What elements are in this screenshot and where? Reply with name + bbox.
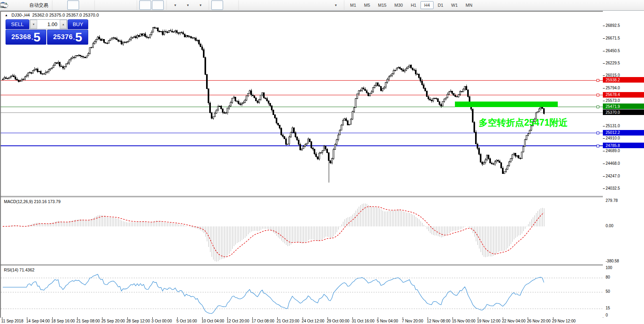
price-tick-label: 24468.0 — [606, 161, 620, 166]
text-icon[interactable]: A — [304, 0, 316, 10]
price-level-badge: 25471.9 — [603, 104, 644, 109]
text-label-icon[interactable]: T — [317, 0, 329, 10]
chart-annotation-text[interactable]: 多空转折点25471附近 — [479, 117, 568, 129]
timeframe-w1[interactable]: W1 — [448, 1, 462, 9]
price-tick-label: 26450.5 — [606, 49, 620, 53]
price-tick-label: 24689.0 — [606, 149, 620, 153]
main-chart-canvas[interactable] — [1, 11, 603, 196]
macd-canvas[interactable] — [1, 198, 603, 264]
price-axis[interactable]: 26892.526671.526450.526229.526015.025794… — [603, 11, 644, 317]
autotrading-button[interactable]: 自动交易 — [27, 0, 49, 10]
macd-header: MACD(12,26,9) 210.16 173.79 — [4, 199, 61, 204]
zoom-out-icon[interactable] — [110, 0, 121, 10]
price-level-badge: 24785.8 — [603, 143, 644, 148]
sell-button[interactable]: SELL — [6, 19, 29, 29]
line-chart-icon[interactable] — [80, 0, 92, 10]
volume-decrease-button[interactable]: ▼ — [30, 20, 37, 29]
candlestick-chart-icon[interactable] — [67, 0, 79, 10]
time-axis[interactable]: 11 Sep 201814 Sep 04:0018 Sep 16:0021 Se… — [0, 318, 644, 324]
macd-axis-label: -380.58 — [606, 259, 619, 263]
channel-icon[interactable]: E — [279, 0, 291, 10]
timeframe-mn[interactable]: MN — [462, 1, 476, 9]
one-click-trading-panel: SELL ▼ 1.00 ▲ BUY 25368.5 25376.5 — [6, 19, 88, 45]
time-axis-label: 28 Sep 12:00 — [127, 319, 150, 323]
time-axis-label: 11 Sep 2018 — [1, 319, 23, 323]
chart-shift-icon[interactable] — [152, 0, 164, 10]
time-axis-label: 3 Oct 00:00 — [152, 319, 172, 323]
buy-label: BUY — [73, 21, 83, 27]
cursor-icon[interactable] — [211, 0, 223, 10]
horizontal-line-icon[interactable] — [254, 0, 265, 10]
price-tick — [603, 176, 605, 177]
rsi-axis-label: 80 — [606, 275, 610, 279]
timeframe-d1[interactable]: D1 — [434, 1, 447, 9]
buy-price-dot: . — [73, 34, 75, 41]
time-axis-label: 17 Oct 08:00 — [252, 319, 274, 323]
trendline-icon[interactable] — [266, 0, 278, 10]
volume-value[interactable]: 1.00 — [37, 20, 60, 29]
macd-axis-label: 0.00 — [606, 224, 613, 228]
chart-plot-area[interactable]: ▲ DJ30-,H4 25362.0 25375.0 25357.0 25370… — [0, 11, 603, 318]
chevron-down-icon: ▼ — [32, 23, 35, 26]
buy-price-big: 5 — [75, 31, 82, 43]
price-tick-label: 25794.0 — [606, 86, 620, 90]
toolbar-separator — [93, 1, 95, 9]
macd-value: 210.16 — [34, 199, 47, 204]
price-tick — [603, 51, 605, 51]
pane-separator[interactable] — [1, 196, 603, 197]
time-axis-label: 5 Nov 04:00 — [377, 319, 398, 323]
time-axis-label: 22 Nov 04:00 — [502, 319, 526, 323]
tile-windows-icon[interactable] — [122, 0, 134, 10]
timeframe-m1[interactable]: M1 — [347, 1, 360, 9]
toolbar-separator — [51, 1, 53, 9]
toolbar-separator — [136, 1, 138, 9]
pane-separator[interactable] — [1, 264, 603, 266]
price-tick — [603, 63, 605, 64]
buy-price-button[interactable]: 25376.5 — [47, 30, 88, 45]
arrows-button[interactable]: ▼ — [330, 0, 341, 10]
volume-increase-button[interactable]: ▲ — [60, 20, 67, 29]
time-axis-label: 25 Sep 20:00 — [101, 319, 125, 323]
rsi-axis-label: 100 — [606, 266, 612, 270]
timeframe-m15[interactable]: M15 — [375, 1, 390, 9]
timeframe-h1[interactable]: H1 — [407, 1, 420, 9]
price-tick — [603, 188, 605, 189]
rsi-value: 71.4362 — [19, 267, 34, 272]
rsi-axis-label: 15 — [606, 306, 610, 310]
rsi-canvas[interactable] — [1, 266, 603, 317]
time-axis-label: 29 Nov 12:00 — [552, 319, 576, 323]
chat-icon[interactable] — [629, 0, 640, 10]
time-axis-label: 19 Nov 12:00 — [477, 319, 501, 323]
price-tick-label: 25573.0 — [606, 98, 620, 103]
price-tick-label: 24247.0 — [606, 174, 620, 178]
indicators-button[interactable]: ▼ — [169, 0, 181, 10]
rsi-axis-label: 50 — [606, 289, 610, 294]
price-tick — [603, 151, 605, 151]
templates-button[interactable]: ▼ — [194, 0, 206, 10]
crosshair-icon[interactable] — [224, 0, 236, 10]
vertical-line-icon[interactable] — [241, 0, 253, 10]
sell-price-big: 5 — [34, 31, 41, 43]
sell-label: SELL — [11, 21, 24, 27]
journal-icon[interactable] — [14, 0, 26, 10]
timeframe-h4[interactable]: H4 — [420, 1, 433, 9]
sell-price-button[interactable]: 25368.5 — [6, 30, 46, 45]
buy-price-main: 25376 — [53, 33, 73, 41]
periods-button[interactable]: ▼ — [182, 0, 193, 10]
price-tick — [603, 75, 605, 76]
buy-button[interactable]: BUY — [68, 19, 88, 29]
time-axis-label: 5 Oct 16:00 — [176, 319, 197, 323]
volume-spinner: ▼ 1.00 ▲ — [30, 19, 67, 29]
zoom-in-icon[interactable] — [97, 0, 109, 10]
time-axis-label: 14 Sep 04:00 — [26, 319, 50, 323]
top-toolbar: 订单 自动交易 ▼ — [0, 0, 644, 11]
timeframe-m30[interactable]: M30 — [391, 1, 406, 9]
price-tick — [603, 138, 605, 139]
search-icon[interactable] — [610, 0, 622, 10]
timeframe-m5[interactable]: M5 — [360, 1, 373, 9]
time-axis-label: 12 Oct 20:00 — [227, 319, 249, 323]
auto-scroll-icon[interactable] — [139, 0, 151, 10]
time-axis-label: 26 Nov 20:00 — [527, 319, 551, 323]
bar-chart-icon[interactable] — [55, 0, 66, 10]
fibonacci-icon[interactable]: F — [292, 0, 303, 10]
